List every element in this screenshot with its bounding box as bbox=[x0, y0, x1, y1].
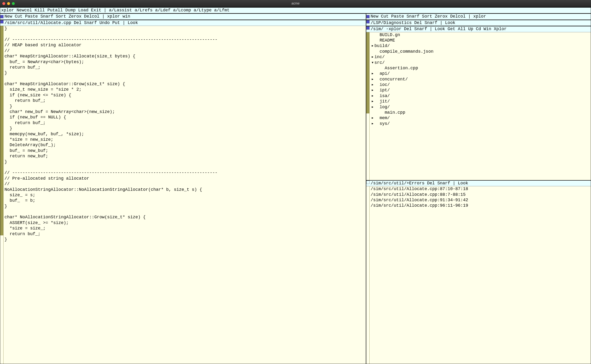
tree-item-label[interactable]: concurrent/ bbox=[374, 77, 408, 82]
error-line[interactable]: /sim/src/util/Allocate.cpp:87:10-87:18 bbox=[371, 186, 590, 192]
errors-body: /sim/src/util/Allocate.cpp:87:10-87:18/s… bbox=[366, 186, 591, 364]
tree-item-label[interactable]: src/ bbox=[374, 60, 385, 65]
errors-window: /sim/src/util/+Errors Del Snarf | Look /… bbox=[366, 180, 591, 364]
chevron-right-icon[interactable]: ▸ bbox=[371, 82, 374, 88]
tree-item[interactable]: ▸inc/ bbox=[371, 54, 590, 60]
tree-item[interactable]: ▸ ioc/ bbox=[371, 82, 590, 88]
tree-item[interactable]: ▸ isa/ bbox=[371, 93, 590, 99]
close-icon[interactable] bbox=[2, 2, 5, 5]
xplor-tag[interactable]: /sim/ -xplor Del Snarf | Look Get All Up… bbox=[366, 26, 591, 32]
layout-box-icon[interactable] bbox=[366, 20, 370, 24]
scroll-thumb[interactable] bbox=[366, 186, 369, 364]
xplor-content[interactable]: BUILD.gn README▸build/ compile_commands.… bbox=[370, 32, 591, 180]
zoom-icon[interactable] bbox=[12, 2, 15, 5]
spacer-icon bbox=[371, 110, 374, 115]
tree-item-label[interactable]: main.cpp bbox=[374, 110, 405, 115]
spacer-icon bbox=[371, 38, 374, 43]
col-tag-left[interactable]: New Cut Paste Snarf Sort Zerox Delcol | … bbox=[0, 13, 366, 20]
tree-item-label[interactable]: ipt/ bbox=[374, 88, 390, 93]
window-title: acme bbox=[292, 1, 299, 6]
layout-box-icon[interactable] bbox=[366, 26, 370, 30]
editor-body: } // -----------------------------------… bbox=[0, 26, 366, 364]
tree-item[interactable]: ▸ mem/ bbox=[371, 115, 590, 121]
editor-tag-text[interactable]: /sim/src/util/Allocate.cpp Del Snarf Und… bbox=[5, 20, 138, 26]
chevron-right-icon[interactable]: ▸ bbox=[371, 93, 374, 99]
spacer-icon bbox=[371, 65, 374, 71]
tree-item-label[interactable]: inc/ bbox=[374, 54, 385, 60]
layout-box-icon[interactable] bbox=[0, 20, 4, 24]
tree-item[interactable]: ▸ api/ bbox=[371, 71, 590, 76]
tree-item[interactable]: Assertion.cpp bbox=[371, 65, 590, 71]
tree-item-label[interactable]: sys/ bbox=[374, 121, 390, 126]
xplor-tag-text[interactable]: /sim/ -xplor Del Snarf | Look Get All Up… bbox=[371, 26, 507, 32]
diagnostics-tag-text[interactable]: /LSP/Diagnostics Del Snarf | Look bbox=[371, 20, 455, 26]
chevron-right-icon[interactable]: ▸ bbox=[371, 71, 374, 76]
tree-item[interactable]: ▸ concurrent/ bbox=[371, 77, 590, 82]
chevron-right-icon[interactable]: ▸ bbox=[371, 43, 374, 49]
spacer-icon bbox=[371, 49, 374, 54]
tree-item[interactable]: compile_commands.json bbox=[371, 49, 590, 54]
scroll-thumb[interactable] bbox=[0, 26, 3, 235]
traffic-lights bbox=[2, 2, 15, 5]
errors-tag-text[interactable]: /sim/src/util/+Errors Del Snarf | Look bbox=[371, 181, 468, 186]
tree-item-label[interactable]: api/ bbox=[374, 71, 390, 76]
diagnostics-tag[interactable]: /LSP/Diagnostics Del Snarf | Look bbox=[366, 20, 591, 26]
chevron-right-icon[interactable]: ▸ bbox=[371, 104, 374, 110]
col-tag-left-text[interactable]: New Cut Paste Snarf Sort Zerox Delcol | … bbox=[5, 14, 130, 19]
xplor-body: BUILD.gn README▸build/ compile_commands.… bbox=[366, 32, 591, 180]
tree-item-label[interactable]: BUILD.gn bbox=[374, 32, 400, 38]
column-right: New Cut Paste Snarf Sort Zerox Delcol | … bbox=[366, 13, 591, 364]
scrollbar[interactable] bbox=[0, 26, 4, 364]
tree-item-label[interactable]: isa/ bbox=[374, 93, 390, 99]
errors-content[interactable]: /sim/src/util/Allocate.cpp:87:10-87:18/s… bbox=[370, 186, 591, 364]
chevron-down-icon[interactable]: ▾ bbox=[371, 60, 374, 65]
chevron-right-icon[interactable]: ▸ bbox=[371, 115, 374, 121]
tree-item-label[interactable]: compile_commands.json bbox=[374, 49, 433, 54]
spacer-icon bbox=[371, 32, 374, 38]
layout-box-icon[interactable] bbox=[0, 15, 4, 18]
tree-item[interactable]: ▾src/ bbox=[371, 60, 590, 65]
layout-box-icon[interactable] bbox=[366, 181, 370, 184]
chevron-right-icon[interactable]: ▸ bbox=[371, 77, 374, 82]
tree-item[interactable]: ▸ ipt/ bbox=[371, 88, 590, 93]
tree-item[interactable]: ▸build/ bbox=[371, 43, 590, 49]
tree-item-label[interactable]: README bbox=[374, 38, 395, 43]
xplor-window: /sim/ -xplor Del Snarf | Look Get All Up… bbox=[366, 26, 591, 180]
error-line[interactable]: /sim/src/util/Allocate.cpp:88:7-88:15 bbox=[371, 192, 590, 197]
scrollbar[interactable] bbox=[366, 32, 370, 180]
error-line[interactable]: /sim/src/util/Allocate.cpp:96:11-96:19 bbox=[371, 203, 590, 208]
chevron-right-icon[interactable]: ▸ bbox=[371, 54, 374, 60]
titlebar[interactable]: acme bbox=[0, 0, 591, 7]
tree-item-label[interactable]: build/ bbox=[374, 43, 390, 49]
tree-item-label[interactable]: Assertion.cpp bbox=[374, 65, 418, 71]
tree-item[interactable]: ▸ jit/ bbox=[371, 99, 590, 104]
errors-tag[interactable]: /sim/src/util/+Errors Del Snarf | Look bbox=[366, 181, 591, 186]
scroll-thumb[interactable] bbox=[366, 32, 369, 114]
col-tag-right[interactable]: New Cut Paste Snarf Sort Zerox Delcol | … bbox=[366, 13, 591, 20]
tree-item[interactable]: BUILD.gn bbox=[371, 32, 590, 38]
tree-item[interactable]: ▸ log/ bbox=[371, 104, 590, 110]
chevron-right-icon[interactable]: ▸ bbox=[371, 99, 374, 104]
chevron-right-icon[interactable]: ▸ bbox=[371, 121, 374, 126]
scrollbar[interactable] bbox=[366, 186, 370, 364]
main-tag-text[interactable]: xplor Newcol Kill Putall Dump Load Exit … bbox=[1, 8, 229, 13]
tree-item-label[interactable]: ioc/ bbox=[374, 82, 390, 88]
error-line[interactable]: /sim/src/util/Allocate.cpp:91:34-91:42 bbox=[371, 197, 590, 203]
tree-item-label[interactable]: log/ bbox=[374, 104, 390, 110]
minimize-icon[interactable] bbox=[7, 2, 10, 5]
main-tag-line[interactable]: xplor Newcol Kill Putall Dump Load Exit … bbox=[0, 7, 591, 13]
acme-app: xplor Newcol Kill Putall Dump Load Exit … bbox=[0, 7, 591, 364]
tree-item-label[interactable]: jit/ bbox=[374, 99, 390, 104]
tree-item[interactable]: ▸ sys/ bbox=[371, 121, 590, 126]
columns: New Cut Paste Snarf Sort Zerox Delcol | … bbox=[0, 13, 591, 364]
column-left: New Cut Paste Snarf Sort Zerox Delcol | … bbox=[0, 13, 366, 364]
editor-content[interactable]: } // -----------------------------------… bbox=[4, 26, 366, 364]
tree-item-label[interactable]: mem/ bbox=[374, 115, 390, 121]
tree-item[interactable]: main.cpp bbox=[371, 110, 590, 115]
col-tag-right-text[interactable]: New Cut Paste Snarf Sort Zerox Delcol | … bbox=[371, 14, 486, 19]
tree-item[interactable]: README bbox=[371, 38, 590, 43]
editor-tag[interactable]: /sim/src/util/Allocate.cpp Del Snarf Und… bbox=[0, 20, 366, 26]
diagnostics-window: /LSP/Diagnostics Del Snarf | Look bbox=[366, 20, 591, 26]
chevron-right-icon[interactable]: ▸ bbox=[371, 88, 374, 93]
layout-box-icon[interactable] bbox=[366, 15, 370, 18]
